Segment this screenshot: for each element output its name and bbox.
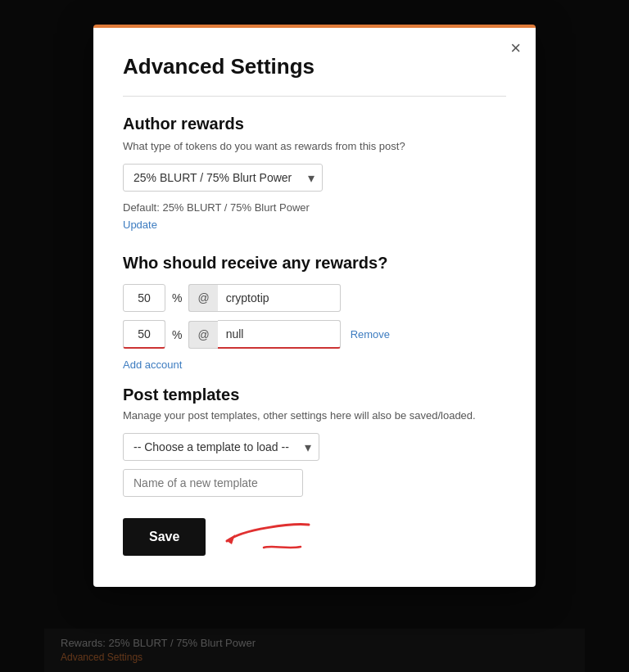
beneficiary-row-1: % @	[123, 284, 506, 312]
beneficiary-1-account-group: @	[188, 284, 340, 312]
close-button[interactable]: ×	[510, 39, 521, 57]
template-name-input[interactable]	[123, 469, 303, 497]
add-account-link[interactable]: Add account	[123, 359, 182, 371]
default-text: Default: 25% BLURT / 75% Blurt Power	[123, 201, 506, 214]
rewards-select[interactable]: 25% BLURT / 75% Blurt Power 100% Blurt P…	[123, 164, 323, 192]
remove-button[interactable]: Remove	[351, 328, 390, 341]
beneficiary-2-account[interactable]	[218, 320, 341, 349]
template-select-wrap: -- Choose a template to load -- ▾	[123, 433, 319, 461]
at-label-2: @	[188, 321, 217, 349]
post-templates-desc: Manage your post templates, other settin…	[123, 409, 506, 422]
percent-label-1: %	[172, 291, 182, 304]
at-label-1: @	[188, 284, 217, 312]
title-divider	[123, 96, 506, 97]
beneficiary-2-percent[interactable]	[123, 320, 165, 349]
modal-title: Advanced Settings	[123, 54, 506, 79]
beneficiary-1-account[interactable]	[218, 284, 341, 312]
author-rewards-desc: What type of tokens do you want as rewar…	[123, 140, 506, 152]
modal-overlay: × Advanced Settings Author rewards What …	[0, 0, 629, 672]
save-button[interactable]: Save	[123, 518, 206, 556]
author-rewards-title: Author rewards	[123, 115, 506, 133]
post-templates-title: Post templates	[123, 386, 506, 404]
beneficiary-1-percent[interactable]	[123, 284, 165, 312]
footer: Save	[123, 516, 506, 557]
beneficiary-row-2: % @ Remove	[123, 320, 506, 349]
modal: × Advanced Settings Author rewards What …	[93, 25, 536, 587]
beneficiary-2-account-group: @	[188, 320, 340, 349]
beneficiaries-title: Who should receive any rewards?	[123, 254, 506, 273]
template-select[interactable]: -- Choose a template to load --	[123, 433, 319, 461]
close-icon: ×	[510, 38, 521, 58]
update-link[interactable]: Update	[123, 219, 157, 231]
rewards-select-wrap: 25% BLURT / 75% Blurt Power 100% Blurt P…	[123, 164, 323, 192]
arrow-annotation	[219, 516, 317, 557]
percent-label-2: %	[172, 328, 182, 341]
